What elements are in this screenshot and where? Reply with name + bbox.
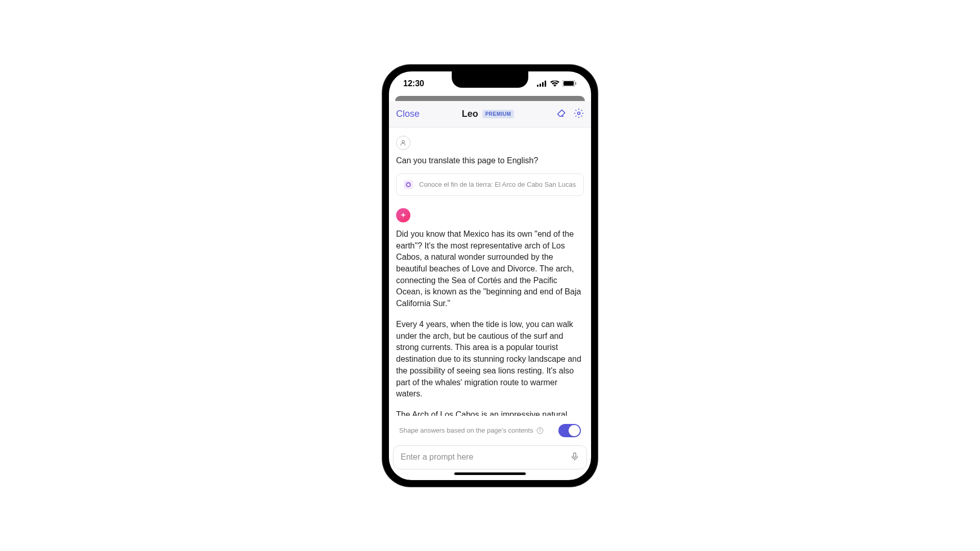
svg-point-7 bbox=[578, 112, 580, 114]
ai-paragraph-3: The Arch of Los Cabos is an impressive n… bbox=[396, 409, 584, 416]
context-card-title: Conoce el fin de la tierra: El Arco de C… bbox=[419, 181, 576, 188]
svg-point-8 bbox=[402, 140, 405, 143]
background-sheet-peek bbox=[395, 96, 585, 101]
header-action-icons bbox=[556, 108, 584, 120]
svg-rect-2 bbox=[542, 82, 544, 87]
svg-rect-6 bbox=[575, 82, 576, 85]
context-card-favicon bbox=[404, 180, 413, 189]
app-title: Leo bbox=[462, 109, 478, 119]
phone-screen: 12:30 Close Leo PREMIUM bbox=[389, 71, 591, 480]
microphone-icon bbox=[570, 452, 579, 461]
phone-frame: 12:30 Close Leo PREMIUM bbox=[383, 65, 597, 486]
page-icon bbox=[405, 182, 411, 188]
svg-rect-3 bbox=[545, 81, 546, 87]
battery-icon bbox=[562, 80, 577, 87]
shape-answers-toggle[interactable] bbox=[558, 424, 581, 437]
sheet-header: Close Leo PREMIUM bbox=[389, 101, 591, 128]
phone-notch bbox=[452, 71, 528, 88]
svg-point-10 bbox=[407, 183, 410, 186]
ai-avatar bbox=[396, 208, 410, 222]
home-indicator[interactable] bbox=[454, 472, 526, 475]
cellular-signal-icon bbox=[537, 81, 547, 87]
shape-text-group: Shape answers based on the page's conten… bbox=[399, 427, 544, 434]
eraser-icon bbox=[556, 108, 567, 118]
svg-rect-5 bbox=[564, 81, 574, 86]
prompt-input[interactable] bbox=[401, 453, 565, 462]
erase-button[interactable] bbox=[556, 108, 567, 120]
svg-rect-1 bbox=[540, 84, 541, 87]
page-context-card[interactable]: Conoce el fin de la tierra: El Arco de C… bbox=[396, 173, 584, 196]
ai-paragraph-2: Every 4 years, when the tide is low, you… bbox=[396, 319, 584, 400]
shape-answers-bar: Shape answers based on the page's conten… bbox=[393, 420, 587, 441]
chat-scroll-area[interactable]: Can you translate this page to English? … bbox=[389, 128, 591, 416]
toggle-knob bbox=[569, 425, 580, 436]
user-message: Can you translate this page to English? bbox=[396, 155, 584, 166]
svg-rect-14 bbox=[574, 453, 576, 457]
person-icon bbox=[400, 139, 407, 146]
ai-message: Did you know that Mexico has its own "en… bbox=[396, 229, 584, 416]
status-time: 12:30 bbox=[403, 79, 424, 88]
close-button[interactable]: Close bbox=[396, 109, 420, 119]
header-title-group: Leo PREMIUM bbox=[420, 109, 556, 119]
prompt-input-bar bbox=[393, 445, 587, 469]
svg-point-13 bbox=[540, 429, 540, 429]
status-icons bbox=[537, 80, 577, 87]
wifi-icon bbox=[550, 81, 559, 87]
bottom-section: Shape answers based on the page's conten… bbox=[389, 416, 591, 480]
info-icon[interactable] bbox=[536, 427, 544, 434]
premium-badge: PREMIUM bbox=[482, 110, 514, 118]
ai-paragraph-1: Did you know that Mexico has its own "en… bbox=[396, 229, 584, 310]
shape-answers-label: Shape answers based on the page's conten… bbox=[399, 427, 533, 434]
settings-button[interactable] bbox=[574, 108, 584, 120]
svg-rect-0 bbox=[537, 85, 538, 87]
microphone-button[interactable] bbox=[570, 452, 579, 463]
gear-icon bbox=[574, 108, 584, 118]
user-avatar bbox=[396, 136, 410, 150]
sparkle-icon bbox=[400, 212, 407, 219]
